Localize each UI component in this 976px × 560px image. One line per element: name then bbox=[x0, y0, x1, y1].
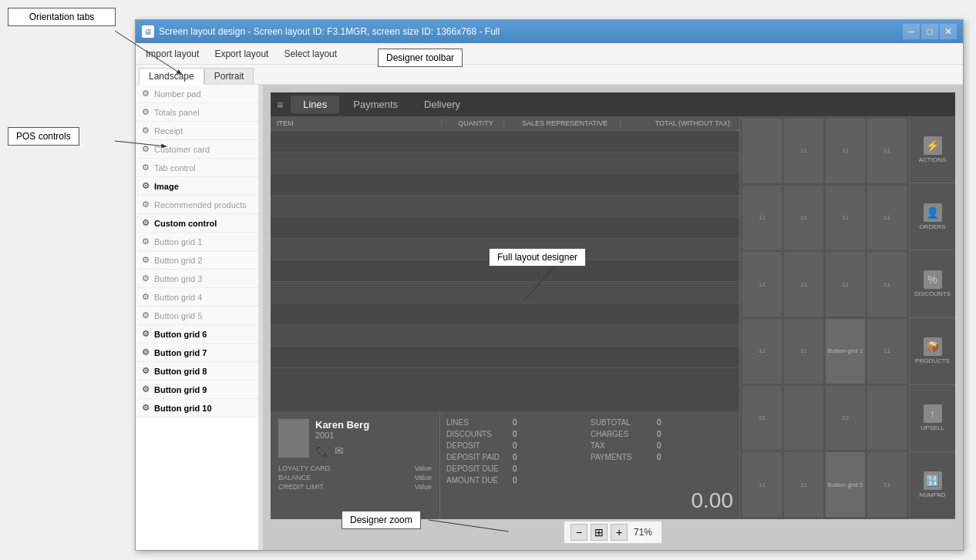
list-item[interactable]: ⚙ Button grid 9 bbox=[136, 381, 258, 399]
discounts-label: DISCOUNTS bbox=[914, 290, 951, 297]
grid-cell: 11 bbox=[825, 185, 866, 251]
zoom-level: 71% bbox=[631, 527, 655, 538]
products-icon: 📦 bbox=[924, 337, 942, 356]
maximize-button[interactable]: □ bbox=[921, 24, 938, 39]
grid-cell: Button grid 1 bbox=[825, 318, 866, 384]
pos-controls-annotation: POS controls bbox=[8, 127, 79, 146]
select-layout-menu[interactable]: Select layout bbox=[277, 45, 344, 63]
center-button-grid: 11 11 11 11 11 11 11 11 bbox=[739, 116, 909, 519]
rep-header: SALES REPRESENTATIVE bbox=[503, 119, 620, 127]
numpad-button[interactable]: 🔢 NUMPAD bbox=[910, 452, 955, 519]
actions-button[interactable]: ⚡ ACTIONS bbox=[910, 116, 955, 183]
numpad-label: NUMPAD bbox=[919, 491, 945, 498]
list-item[interactable]: ⚙ Number pad bbox=[136, 85, 258, 103]
discounts-icon: % bbox=[924, 270, 942, 289]
totals-panel: LINES0 SUBTOTAL0 DISCOUNTS0 CHARGES0 bbox=[440, 411, 739, 519]
phone-icon: 📞 bbox=[315, 444, 328, 457]
close-button[interactable]: ✕ bbox=[940, 24, 957, 39]
grid-cell: 22 bbox=[742, 385, 782, 451]
item-header: ITEM bbox=[277, 119, 441, 127]
list-item[interactable]: ⚙ Button grid 1 bbox=[136, 233, 258, 251]
orders-icon: 👤 bbox=[924, 203, 942, 222]
customer-panel: Karen Berg 2001 📞 ✉ bbox=[271, 411, 440, 519]
lines-area: ITEM QUANTITY SALES REPRESENTATIVE TOTAL… bbox=[271, 116, 739, 519]
grid-cell bbox=[742, 118, 782, 184]
landscape-tab[interactable]: Landscape bbox=[139, 68, 204, 85]
list-item[interactable]: ⚙ Customer card bbox=[136, 140, 258, 159]
customer-id: 2001 bbox=[315, 431, 369, 440]
email-icon: ✉ bbox=[335, 444, 344, 457]
content-area: ⚙ Number pad ⚙ Totals panel ⚙ Receipt ⚙ … bbox=[136, 85, 963, 550]
table-header: ITEM QUANTITY SALES REPRESENTATIVE TOTAL… bbox=[271, 116, 739, 131]
upsell-button[interactable]: ↑ UPSELL bbox=[910, 385, 955, 452]
list-item[interactable]: ⚙ Recommended products bbox=[136, 196, 258, 214]
table-row bbox=[271, 325, 739, 347]
grid-cell: 11 bbox=[783, 118, 824, 184]
gear-icon: ⚙ bbox=[142, 366, 150, 376]
lines-tab[interactable]: Lines bbox=[291, 96, 339, 113]
zoom-fit-button[interactable]: ⊞ bbox=[591, 524, 607, 541]
minimize-button[interactable]: ─ bbox=[903, 24, 920, 39]
list-item[interactable]: ⚙ Image bbox=[136, 177, 258, 196]
gear-icon: ⚙ bbox=[142, 310, 150, 320]
zoom-decrease-button[interactable]: − bbox=[570, 524, 587, 541]
orders-label: ORDERS bbox=[919, 223, 945, 230]
gear-icon: ⚙ bbox=[142, 163, 150, 173]
table-rows bbox=[271, 131, 739, 411]
list-item[interactable]: ⚙ Button grid 3 bbox=[136, 270, 258, 288]
orientation-tabs: Landscape Portrait bbox=[136, 65, 963, 85]
export-layout-menu[interactable]: Export layout bbox=[207, 45, 275, 63]
upsell-icon: ↑ bbox=[924, 404, 942, 423]
grid-cell: 11 bbox=[783, 318, 824, 384]
zoom-bar: − ⊞ + 71% bbox=[564, 521, 662, 544]
list-item[interactable]: ⚙ Button grid 8 bbox=[136, 362, 258, 381]
grid-cell: 11 bbox=[867, 185, 907, 251]
gear-icon: ⚙ bbox=[142, 384, 150, 394]
designer-toolbar-annotation: Designer toolbar bbox=[378, 49, 463, 67]
gear-icon: ⚙ bbox=[142, 107, 150, 117]
orders-button[interactable]: 👤 ORDERS bbox=[910, 183, 955, 250]
list-item[interactable]: ⚙ Receipt bbox=[136, 122, 258, 140]
list-item[interactable]: ⚙ Button grid 2 bbox=[136, 251, 258, 270]
customer-name: Karen Berg bbox=[315, 419, 369, 431]
grid-cell: 11 bbox=[742, 318, 782, 384]
gear-icon: ⚙ bbox=[142, 181, 150, 191]
grid-cell: 11 bbox=[742, 185, 782, 251]
table-row bbox=[271, 217, 739, 239]
list-item[interactable]: ⚙ Button grid 6 bbox=[136, 325, 258, 344]
grid-cell: 22 bbox=[825, 385, 866, 451]
full-layout-designer-annotation: Full layout designer bbox=[489, 248, 586, 267]
portrait-tab[interactable]: Portrait bbox=[204, 68, 254, 84]
grid-cell: Button grid 5 bbox=[825, 451, 866, 518]
grid-cell: 11 bbox=[867, 318, 907, 384]
list-item[interactable]: ⚙ Tab control bbox=[136, 159, 258, 177]
layout-preview: ≡ Lines Payments Delivery ITEM QUANTITY bbox=[271, 92, 955, 519]
delivery-tab[interactable]: Delivery bbox=[412, 96, 473, 113]
discounts-button[interactable]: % DISCOUNTS bbox=[910, 250, 955, 317]
numpad-icon: 🔢 bbox=[924, 471, 942, 490]
list-item[interactable]: ⚙ Button grid 7 bbox=[136, 344, 258, 362]
import-layout-menu[interactable]: Import layout bbox=[139, 45, 206, 63]
left-panel: ⚙ Number pad ⚙ Totals panel ⚙ Receipt ⚙ … bbox=[136, 85, 259, 417]
table-row bbox=[271, 174, 739, 196]
hamburger-icon: ≡ bbox=[277, 99, 283, 111]
customer-avatar bbox=[278, 419, 309, 458]
qty-header: QUANTITY bbox=[441, 119, 503, 127]
actions-label: ACTIONS bbox=[919, 156, 947, 163]
list-item[interactable]: ⚙ Button grid 4 bbox=[136, 288, 258, 307]
table-row bbox=[271, 347, 739, 368]
title-bar: 🖥 Screen layout design - Screen layout I… bbox=[136, 20, 963, 43]
grid-cell: 11 bbox=[742, 451, 782, 518]
grid-cell: 11 bbox=[867, 251, 907, 317]
list-item[interactable]: ⚙ Totals panel bbox=[136, 103, 258, 122]
table-row bbox=[271, 303, 739, 325]
preview-tabs: ≡ Lines Payments Delivery bbox=[271, 92, 955, 116]
gear-icon: ⚙ bbox=[142, 255, 150, 265]
list-item[interactable]: ⚙ Button grid 5 bbox=[136, 307, 258, 325]
list-item[interactable]: ⚙ Custom control bbox=[136, 214, 258, 233]
products-button[interactable]: 📦 PRODUCTS bbox=[910, 318, 955, 385]
list-item[interactable]: ⚙ Button grid 10 bbox=[136, 399, 258, 417]
gear-icon: ⚙ bbox=[142, 218, 150, 228]
payments-tab[interactable]: Payments bbox=[341, 96, 410, 113]
zoom-increase-button[interactable]: + bbox=[611, 524, 628, 541]
